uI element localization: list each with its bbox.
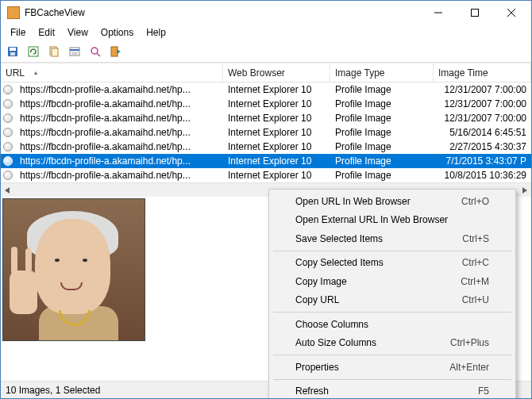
app-icon (7, 6, 20, 19)
properties-icon[interactable] (66, 43, 83, 60)
list-rows: https://fbcdn-profile-a.akamaihd.net/hp.… (1, 82, 531, 182)
context-separator (273, 355, 511, 355)
row-icon (3, 113, 13, 123)
refresh-icon[interactable] (25, 43, 42, 60)
menu-file[interactable]: File (4, 25, 32, 40)
table-row[interactable]: https://fbcdn-profile-a.akamaihd.net/hp.… (1, 168, 531, 182)
context-item[interactable]: RefreshF5 (272, 382, 513, 400)
context-label: Auto Size Columns (295, 337, 450, 348)
preview-image (2, 198, 145, 341)
cell-time: 12/31/2007 7:00:00 (434, 113, 531, 124)
column-browser[interactable]: Web Browser (223, 63, 330, 82)
context-label: Save Selected Items (295, 233, 462, 244)
toolbar (1, 40, 531, 63)
maximize-button[interactable] (457, 2, 493, 24)
svg-marker-20 (522, 187, 527, 194)
cell-browser: Internet Explorer 10 (223, 170, 330, 181)
context-item[interactable]: Choose Columns (272, 315, 513, 334)
context-shortcut: Ctrl+O (461, 196, 489, 207)
context-label: Open External URL In Web Browser (295, 214, 489, 225)
cell-url: https://fbcdn-profile-a.akamaihd.net/hp.… (15, 127, 223, 138)
svg-marker-18 (117, 49, 121, 54)
svg-point-15 (91, 48, 98, 54)
svg-line-16 (97, 53, 100, 56)
table-row[interactable]: https://fbcdn-profile-a.akamaihd.net/hp.… (1, 97, 531, 111)
context-separator (273, 379, 511, 380)
context-separator (273, 251, 511, 251)
window-title: FBCacheView (25, 7, 420, 18)
table-row[interactable]: https://fbcdn-profile-a.akamaihd.net/hp.… (1, 154, 531, 168)
context-label: Choose Columns (295, 319, 489, 330)
context-separator (273, 312, 511, 313)
cell-type: Profile Image (330, 170, 434, 181)
menu-edit[interactable]: Edit (32, 25, 61, 40)
cell-browser: Internet Explorer 10 (223, 98, 330, 109)
menu-options[interactable]: Options (94, 25, 140, 40)
context-item[interactable]: PropertiesAlt+Enter (272, 358, 513, 377)
cell-type: Profile Image (330, 127, 434, 138)
scroll-left-icon[interactable] (1, 183, 15, 198)
context-item[interactable]: Open URL In Web BrowserCtrl+O (272, 192, 513, 211)
cell-type: Profile Image (330, 141, 434, 152)
scroll-right-icon[interactable] (517, 183, 531, 198)
svg-marker-19 (5, 187, 10, 194)
row-icon (3, 142, 13, 152)
cell-url: https://fbcdn-profile-a.akamaihd.net/hp.… (15, 113, 223, 124)
context-item[interactable]: Save Selected ItemsCtrl+S (272, 229, 513, 248)
context-item[interactable]: Copy Selected ItemsCtrl+C (272, 254, 513, 273)
exit-icon[interactable] (107, 43, 125, 60)
svg-rect-5 (10, 48, 16, 51)
svg-rect-10 (52, 48, 58, 56)
context-menu: Open URL In Web BrowserCtrl+OOpen Extern… (268, 189, 516, 399)
context-label: Open URL In Web Browser (295, 196, 461, 207)
cell-time: 12/31/2007 7:00:00 (434, 98, 531, 109)
find-icon[interactable] (87, 43, 104, 60)
list-header: URL▴ Web Browser Image Type Image Time (1, 63, 531, 82)
context-label: Refresh (295, 386, 478, 397)
cell-url: https://fbcdn-profile-a.akamaihd.net/hp.… (15, 155, 223, 167)
table-row[interactable]: https://fbcdn-profile-a.akamaihd.net/hp.… (1, 111, 531, 125)
status-count: 10 Images, 1 Selected (6, 385, 116, 396)
cell-url: https://fbcdn-profile-a.akamaihd.net/hp.… (15, 84, 223, 95)
cell-url: https://fbcdn-profile-a.akamaihd.net/hp.… (15, 170, 223, 181)
table-row[interactable]: https://fbcdn-profile-a.akamaihd.net/hp.… (1, 82, 531, 97)
cell-time: 5/16/2014 6:45:51 (434, 127, 531, 138)
minimize-button[interactable] (420, 2, 457, 24)
save-icon[interactable] (4, 43, 21, 60)
context-shortcut: Ctrl+U (462, 294, 489, 305)
cell-time: 10/8/2015 10:36:29 (434, 170, 531, 181)
column-time[interactable]: Image Time (434, 63, 531, 82)
cell-time: 7/1/2015 3:43:07 P (434, 155, 531, 167)
row-icon (3, 156, 13, 166)
cell-browser: Internet Explorer 10 (223, 141, 330, 152)
cell-type: Profile Image (330, 155, 434, 167)
context-item[interactable]: Auto Size ColumnsCtrl+Plus (272, 334, 513, 353)
menu-help[interactable]: Help (140, 25, 172, 40)
row-icon (3, 128, 13, 137)
cell-type: Profile Image (330, 98, 434, 109)
context-shortcut: Ctrl+M (461, 276, 489, 287)
svg-rect-7 (29, 47, 38, 56)
context-item[interactable]: Copy ImageCtrl+M (272, 272, 513, 291)
context-item[interactable]: Copy URLCtrl+U (272, 291, 513, 310)
cell-url: https://fbcdn-profile-a.akamaihd.net/hp.… (15, 98, 223, 109)
cell-type: Profile Image (330, 84, 434, 95)
cell-time: 12/31/2007 7:00:00 (434, 84, 531, 95)
context-item[interactable]: Open External URL In Web Browser (272, 211, 513, 230)
cell-browser: Internet Explorer 10 (223, 113, 330, 124)
table-row[interactable]: https://fbcdn-profile-a.akamaihd.net/hp.… (1, 125, 531, 140)
title-bar: FBCacheView (1, 1, 531, 25)
svg-rect-17 (111, 47, 118, 56)
list-view: URL▴ Web Browser Image Type Image Time h… (1, 63, 531, 197)
cell-url: https://fbcdn-profile-a.akamaihd.net/hp.… (15, 141, 223, 152)
column-type[interactable]: Image Type (330, 63, 434, 82)
menu-view[interactable]: View (61, 25, 94, 40)
cell-type: Profile Image (330, 113, 434, 124)
column-url[interactable]: URL▴ (1, 63, 223, 82)
copy-icon[interactable] (45, 43, 63, 60)
context-label: Properties (295, 362, 449, 373)
table-row[interactable]: https://fbcdn-profile-a.akamaihd.net/hp.… (1, 140, 531, 154)
cell-time: 2/27/2015 4:30:37 (434, 141, 531, 152)
context-shortcut: Alt+Enter (449, 362, 489, 373)
close-button[interactable] (493, 2, 530, 24)
